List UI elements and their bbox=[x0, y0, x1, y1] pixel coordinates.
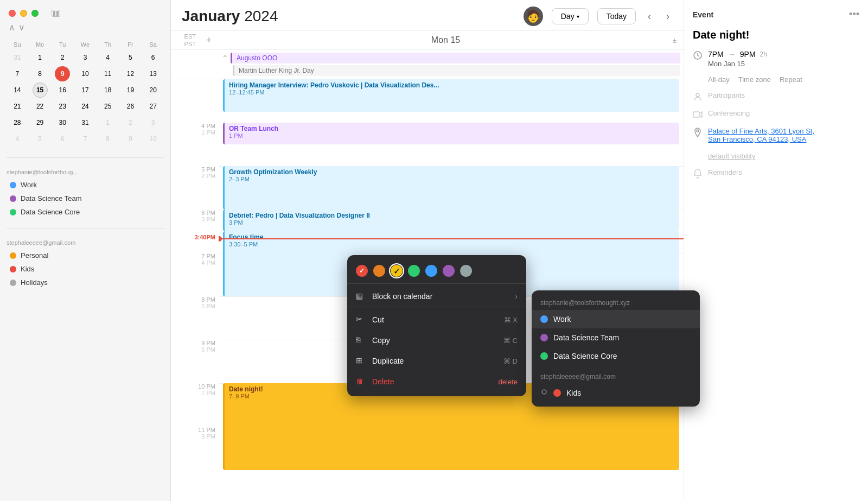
color-green[interactable] bbox=[408, 265, 420, 277]
color-picker-row: ✓ bbox=[347, 259, 526, 283]
event-address-1[interactable]: Palace of Fine Arts, 3601 Lyon St, bbox=[708, 127, 814, 135]
mini-cal-day[interactable]: 25 bbox=[100, 99, 116, 114]
color-red[interactable] bbox=[356, 265, 368, 277]
mini-cal-day[interactable]: 18 bbox=[100, 83, 116, 98]
split-view-button[interactable] bbox=[52, 10, 60, 17]
mlk-day-event[interactable]: Martin Luther King Jr. Day bbox=[233, 65, 680, 76]
timezone-button[interactable]: Time zone bbox=[738, 75, 771, 84]
mini-cal-day[interactable]: 9 bbox=[123, 131, 138, 147]
mini-cal-day[interactable]: 8 bbox=[33, 66, 48, 81]
mini-cal-day[interactable]: 21 bbox=[10, 99, 25, 114]
avatar[interactable]: 🧑 bbox=[524, 7, 543, 26]
mini-cal-day[interactable]: 3 bbox=[78, 50, 93, 65]
mini-cal-day[interactable]: 17 bbox=[78, 83, 93, 98]
mini-cal-day[interactable]: 31 bbox=[10, 50, 25, 65]
mini-cal-day[interactable]: 1 bbox=[100, 115, 116, 130]
color-yellow[interactable]: ✓ bbox=[391, 265, 403, 277]
sidebar-item-kids[interactable]: Kids bbox=[7, 263, 164, 275]
more-options-button[interactable]: ••• bbox=[849, 9, 859, 20]
mini-cal-day[interactable]: 5 bbox=[123, 50, 138, 65]
maximize-button[interactable] bbox=[31, 10, 39, 17]
delete-shortcut: delete bbox=[499, 378, 518, 386]
repeat-button[interactable]: Repeat bbox=[780, 75, 802, 84]
color-orange[interactable] bbox=[373, 265, 385, 277]
sidebar-item-ds-core[interactable]: Data Science Core bbox=[7, 206, 164, 218]
menu-divider-2 bbox=[347, 307, 526, 307]
mini-cal-day[interactable]: 12 bbox=[123, 66, 138, 81]
submenu-work-item[interactable]: Work bbox=[532, 310, 700, 328]
mini-cal-day[interactable]: 3 bbox=[145, 115, 161, 130]
next-month-button[interactable]: ∨ bbox=[18, 22, 25, 33]
day-view-button[interactable]: Day ▾ bbox=[552, 8, 589, 24]
delete-item[interactable]: 🗑 Delete delete bbox=[347, 371, 526, 392]
color-gray[interactable] bbox=[460, 265, 472, 277]
mini-cal-day[interactable]: 11 bbox=[100, 66, 116, 81]
block-on-calendar-item[interactable]: ▦ Block on calendar › bbox=[347, 286, 526, 307]
mini-cal-day[interactable]: 20 bbox=[145, 83, 161, 98]
event-address-2[interactable]: San Francisco, CA 94123, USA bbox=[708, 135, 814, 143]
cut-label: Cut bbox=[372, 315, 384, 324]
mini-cal-day[interactable]: 14 bbox=[10, 83, 25, 98]
event-block[interactable]: Debrief: Pedro | Data Visualization Desi… bbox=[223, 210, 679, 231]
mini-cal-day[interactable]: 27 bbox=[145, 99, 161, 114]
copy-item[interactable]: ⎘ Copy ⌘ C bbox=[347, 330, 526, 351]
sidebar-item-personal[interactable]: Personal bbox=[7, 249, 164, 262]
mini-cal-day[interactable]: 8 bbox=[100, 131, 116, 147]
mini-cal-day[interactable]: 4 bbox=[100, 50, 116, 65]
mini-cal-day[interactable]: 31 bbox=[78, 115, 93, 130]
mini-cal-day[interactable]: 26 bbox=[123, 99, 138, 114]
reminders-row: Reminders bbox=[693, 168, 859, 179]
submenu-ds-core-item[interactable]: Data Science Core bbox=[532, 347, 700, 365]
mini-cal-day[interactable]: 30 bbox=[55, 115, 70, 130]
submenu-ds-team-item[interactable]: Data Science Team bbox=[532, 328, 700, 347]
mini-cal-day[interactable]: 19 bbox=[123, 83, 138, 98]
today-button[interactable]: Today bbox=[597, 8, 636, 24]
mini-cal-day[interactable]: 2 bbox=[55, 50, 70, 65]
submenu-kids-item[interactable]: Kids bbox=[532, 384, 700, 402]
adjust-icon[interactable]: ± bbox=[673, 36, 676, 45]
event-block[interactable]: Growth Optimization Weekly2–3 PM bbox=[223, 166, 679, 210]
mini-cal-day[interactable]: 16 bbox=[55, 83, 70, 98]
allday-toggle[interactable]: All-day bbox=[708, 75, 730, 84]
augusto-ooo-event[interactable]: Augusto OOO bbox=[231, 53, 680, 64]
mini-cal-day[interactable]: 10 bbox=[78, 66, 93, 81]
prev-day-button[interactable]: ‹ bbox=[644, 9, 654, 24]
mini-cal-day[interactable]: 7 bbox=[78, 131, 93, 147]
mini-cal-day[interactable]: 29 bbox=[33, 115, 48, 130]
close-button[interactable] bbox=[9, 10, 16, 17]
location-row: Palace of Fine Arts, 3601 Lyon St, San F… bbox=[693, 127, 859, 143]
mini-cal-day[interactable]: 7 bbox=[10, 66, 25, 81]
mini-cal-day[interactable]: 2 bbox=[123, 115, 138, 130]
mini-cal-day[interactable]: 23 bbox=[55, 99, 70, 114]
next-day-button[interactable]: › bbox=[663, 9, 673, 24]
minimize-button[interactable] bbox=[20, 10, 27, 17]
add-event-button[interactable]: + bbox=[206, 35, 212, 46]
mini-cal-day[interactable]: 1 bbox=[33, 50, 48, 65]
mini-cal-day-today[interactable]: 9 bbox=[55, 66, 70, 81]
participants-label: Participants bbox=[708, 91, 745, 99]
mini-cal-day-selected[interactable]: 15 bbox=[33, 83, 48, 98]
mini-cal-day[interactable]: 22 bbox=[33, 99, 48, 114]
context-menu: ✓ ▦ Block on calendar › ✂ Cut ⌘ X ⎘ Copy… bbox=[347, 255, 526, 396]
mini-cal-day[interactable]: 4 bbox=[10, 131, 25, 147]
mini-cal-day[interactable]: 6 bbox=[145, 50, 161, 65]
color-blue[interactable] bbox=[425, 265, 437, 277]
sidebar-item-holidays[interactable]: Holidays bbox=[7, 276, 164, 289]
cut-item[interactable]: ✂ Cut ⌘ X bbox=[347, 309, 526, 330]
event-block[interactable]: Hiring Manager Interview: Pedro Vuskovic… bbox=[223, 79, 679, 112]
sidebar-item-work[interactable]: Work bbox=[7, 179, 164, 191]
collapse-allday-button[interactable]: ⌃ bbox=[222, 54, 228, 62]
mini-calendar: Su Mo Tu We Th Fr Sa 31 1 2 3 4 5 6 7 8 … bbox=[0, 36, 170, 153]
mini-cal-day[interactable]: 5 bbox=[33, 131, 48, 147]
sidebar-item-ds-team[interactable]: Data Science Team bbox=[7, 192, 164, 205]
duplicate-item[interactable]: ⊞ Duplicate ⌘ D bbox=[347, 351, 526, 371]
default-visibility-button[interactable]: default visibility bbox=[708, 152, 755, 160]
color-purple[interactable] bbox=[443, 265, 455, 277]
mini-cal-day[interactable]: 13 bbox=[145, 66, 161, 81]
event-block[interactable]: OR Team Lunch1 PM bbox=[223, 123, 679, 144]
mini-cal-day[interactable]: 6 bbox=[55, 131, 70, 147]
mini-cal-day[interactable]: 24 bbox=[78, 99, 93, 114]
mini-cal-day[interactable]: 10 bbox=[145, 131, 161, 147]
mini-cal-day[interactable]: 28 bbox=[10, 115, 25, 130]
prev-month-button[interactable]: ∧ bbox=[9, 22, 15, 33]
